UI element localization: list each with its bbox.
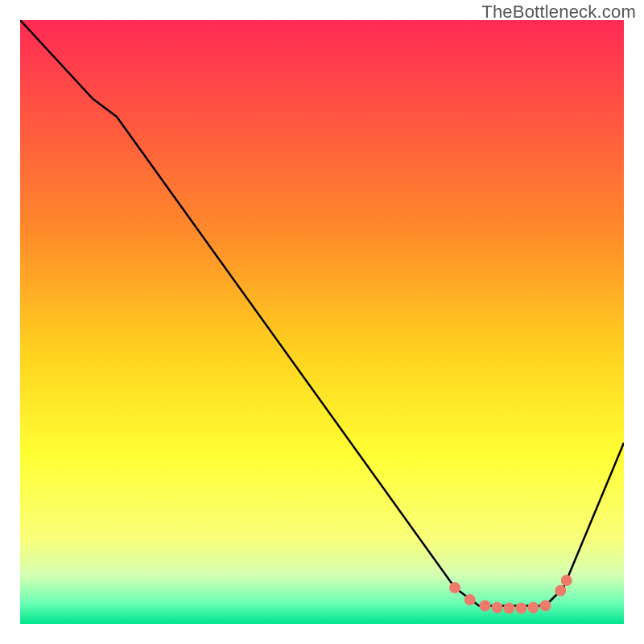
- curve-marker: [464, 594, 476, 605]
- curve-marker: [540, 601, 551, 612]
- curve-marker: [561, 575, 572, 586]
- curve-marker: [555, 585, 566, 597]
- curve-marker: [492, 602, 503, 613]
- curve-marker: [480, 601, 491, 612]
- chart-container: TheBottleneck.com: [0, 0, 644, 644]
- chart-svg: [20, 20, 624, 624]
- curve-marker: [504, 603, 515, 614]
- curve-marker: [528, 602, 539, 613]
- curve-marker: [449, 582, 460, 593]
- plot-area: [20, 20, 624, 624]
- curve-marker: [516, 603, 527, 614]
- chart-background: [20, 20, 624, 624]
- watermark-text: TheBottleneck.com: [481, 2, 636, 23]
